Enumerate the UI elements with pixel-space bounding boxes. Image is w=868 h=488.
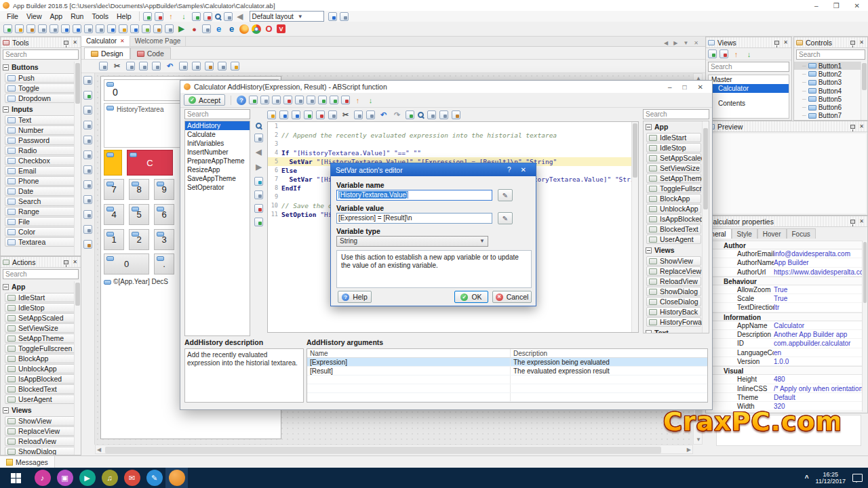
- pin-icon[interactable]: [64, 41, 68, 45]
- code-view-icon[interactable]: [130, 24, 139, 33]
- digit-button-5[interactable]: 5: [129, 204, 149, 225]
- insert-action-icon[interactable]: [406, 110, 414, 119]
- scrollbar-thumb[interactable]: [75, 283, 80, 306]
- minimize-button[interactable]: –: [814, 2, 818, 9]
- view-item-contents[interactable]: Contents: [709, 99, 789, 108]
- menu-tools[interactable]: Tools: [87, 12, 113, 21]
- align-bottom-icon[interactable]: [83, 195, 92, 204]
- property-row-authorname[interactable]: AuthorNameApp Builder: [706, 258, 862, 267]
- copy-icon[interactable]: [354, 110, 363, 119]
- scroll-tabs-right-icon[interactable]: ▶: [673, 40, 677, 46]
- goto-icon[interactable]: [328, 110, 337, 119]
- group-app[interactable]: App: [644, 121, 709, 132]
- new-function-icon[interactable]: [249, 96, 258, 104]
- view-up-icon[interactable]: ↑: [731, 49, 741, 59]
- variable-name-input[interactable]: [HistoryTextarea.Value]: [336, 190, 492, 201]
- chrome-icon[interactable]: [252, 24, 261, 34]
- list-item-blockedtext[interactable]: BlockedText: [5, 384, 79, 394]
- property-row-authorurl[interactable]: AuthorUrlhttps://www.davidesperalta.com/: [706, 268, 862, 277]
- digit-button-8[interactable]: 8: [129, 179, 149, 200]
- list-item-togglefullscreen[interactable]: ToggleFullscreen: [646, 184, 701, 193]
- collapse-icon[interactable]: [3, 64, 9, 70]
- list-item-idlestop[interactable]: IdleStop: [646, 143, 701, 152]
- list-item-setapptheme[interactable]: SetAppTheme: [5, 333, 79, 343]
- function-item-setoperator[interactable]: SetOperator: [185, 183, 250, 192]
- group-buttons[interactable]: Buttons: [1, 62, 81, 73]
- close-view-icon[interactable]: [155, 12, 163, 21]
- maximize-button[interactable]: □: [683, 83, 687, 91]
- minimize-button[interactable]: –: [668, 83, 672, 91]
- next-icon[interactable]: ▶: [254, 162, 264, 172]
- list-item-reloadview[interactable]: ReloadView: [646, 277, 701, 286]
- controls-search-input[interactable]: [796, 49, 865, 60]
- control-item-button4[interactable]: ─Button4: [794, 87, 867, 95]
- control-item-button7[interactable]: ─Button7: [794, 112, 867, 120]
- digit-button-1[interactable]: 1: [104, 229, 124, 250]
- digit-button-3[interactable]: 3: [154, 229, 174, 250]
- clear-button[interactable]: C: [127, 150, 173, 176]
- list-item-checkbox[interactable]: Checkbox: [5, 156, 79, 165]
- editor-scrollbar[interactable]: [631, 122, 638, 332]
- list-item-isappblocked[interactable]: IsAppBlocked: [646, 214, 701, 224]
- list-item-setapptheme[interactable]: SetAppTheme: [646, 174, 701, 183]
- opera-icon[interactable]: O: [264, 24, 274, 34]
- collapse-icon[interactable]: [646, 124, 652, 130]
- tools-scrollbar[interactable]: [74, 62, 81, 256]
- tab-code[interactable]: Code: [130, 47, 171, 59]
- function-item-addhistory[interactable]: AddHistory: [185, 121, 250, 130]
- preview-window-icon[interactable]: ◀: [235, 12, 245, 22]
- spacing-icon[interactable]: [83, 225, 92, 234]
- designer-options-icon[interactable]: [231, 62, 239, 70]
- move-icon[interactable]: [139, 62, 148, 70]
- control-item-button3[interactable]: ─Button3: [794, 79, 867, 87]
- export-pdf-icon[interactable]: [254, 204, 263, 213]
- help-icon[interactable]: ?: [502, 166, 516, 174]
- project-files-icon[interactable]: [38, 24, 47, 33]
- digit-button-7[interactable]: 7: [104, 179, 124, 200]
- function-search-input[interactable]: [184, 109, 250, 119]
- import-function-icon[interactable]: [295, 96, 304, 104]
- save-as-icon[interactable]: [73, 24, 81, 33]
- dot-button[interactable]: .: [154, 253, 174, 274]
- menu-file[interactable]: File: [3, 12, 22, 21]
- ok-button[interactable]: ✓ OK: [454, 291, 488, 303]
- digit-button-6[interactable]: 6: [154, 204, 174, 225]
- list-item-password[interactable]: Password: [5, 136, 79, 145]
- list-item-historyback[interactable]: HistoryBack: [646, 307, 701, 317]
- view-item-calculator[interactable]: Calculator: [709, 84, 789, 93]
- function-item-initvariables[interactable]: InitVariables: [185, 139, 250, 148]
- menu-run[interactable]: Run: [66, 12, 87, 21]
- lock-icon[interactable]: [179, 62, 188, 70]
- add-action-icon[interactable]: [318, 96, 327, 104]
- group-app[interactable]: App: [1, 281, 81, 292]
- property-row-appname[interactable]: AppNameCalculator: [706, 321, 862, 330]
- device-sync-icon[interactable]: [202, 24, 211, 33]
- save-file-icon[interactable]: [279, 110, 288, 119]
- edit-layout-icon[interactable]: [224, 12, 233, 21]
- list-item-unblockapp[interactable]: UnblockApp: [5, 364, 79, 373]
- vivaldi-icon[interactable]: V: [277, 24, 285, 33]
- menu-app[interactable]: App: [46, 12, 67, 21]
- page-setup-icon[interactable]: [439, 110, 448, 119]
- list-item-useragent[interactable]: UserAgent: [5, 394, 79, 404]
- property-row-id[interactable]: IDcom.appbuilder.calculator: [706, 339, 862, 348]
- property-row-inlinecss[interactable]: InlineCSS/* Apply only when orientation …: [706, 384, 862, 393]
- layout-save-icon[interactable]: [328, 12, 337, 21]
- digit-button-2[interactable]: 2: [129, 229, 149, 250]
- find-icon[interactable]: [256, 123, 262, 129]
- control-item-button2[interactable]: ─Button2: [794, 70, 867, 78]
- action-center-icon[interactable]: [852, 474, 863, 482]
- save-all-icon[interactable]: [292, 110, 300, 119]
- taskbar-groove-icon[interactable]: ♫: [98, 468, 121, 488]
- list-item-reloadview[interactable]: ReloadView: [5, 436, 79, 446]
- help-button[interactable]: ? Help: [338, 291, 372, 303]
- list-item-number[interactable]: Number: [5, 125, 79, 135]
- editor-options-icon[interactable]: [452, 110, 460, 119]
- align-top-icon[interactable]: [83, 165, 92, 174]
- modal-actions-scrollbar[interactable]: [702, 121, 709, 333]
- list-item-file[interactable]: File: [5, 217, 79, 226]
- list-item-toggle[interactable]: Toggle: [5, 83, 79, 93]
- property-row-theme[interactable]: ThemeDefault: [706, 393, 862, 402]
- project-settings-icon[interactable]: [26, 24, 35, 33]
- align-left-icon[interactable]: [83, 121, 92, 129]
